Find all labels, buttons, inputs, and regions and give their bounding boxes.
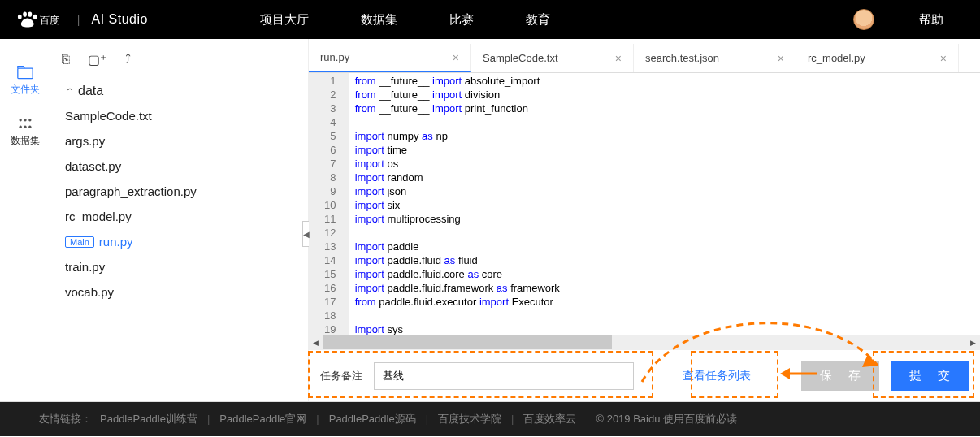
- file-dataset-py[interactable]: dataset.py: [60, 154, 298, 179]
- svg-point-1: [23, 12, 27, 17]
- footer-copyright: © 2019 Baidu 使用百度前必读: [596, 412, 737, 426]
- file-vocab-py[interactable]: vocab.py: [60, 279, 298, 305]
- editor-pane: ◀ run.py×SampleCode.txt×search.test.json…: [309, 39, 980, 401]
- scroll-thumb[interactable]: [323, 335, 612, 349]
- nav-datasets[interactable]: 数据集: [361, 12, 397, 28]
- nav-help[interactable]: 帮助: [919, 12, 943, 28]
- nav-links: 项目大厅 数据集 比赛 教育: [260, 12, 550, 28]
- file-train-py[interactable]: train.py: [60, 254, 298, 279]
- remark-label: 任务备注: [320, 369, 362, 383]
- svg-point-10: [24, 126, 26, 128]
- view-tasks-link[interactable]: 查看任务列表: [683, 369, 751, 383]
- code-body[interactable]: from __future__ import absolute_import f…: [349, 73, 566, 335]
- iconbar-datasets[interactable]: 数据集: [0, 106, 50, 158]
- save-button[interactable]: 保 存: [801, 361, 879, 391]
- scroll-left-icon[interactable]: ◀: [309, 335, 323, 349]
- file-list: data SampleCode.txtargs.pydataset.pypara…: [50, 76, 308, 308]
- footer-link[interactable]: PaddlePaddle官网: [219, 413, 306, 425]
- file-actions: ⎘ ▢⁺ ⤴: [50, 47, 308, 76]
- file-args-py[interactable]: args.py: [60, 128, 298, 154]
- submit-button[interactable]: 提 交: [891, 361, 969, 391]
- footer-link[interactable]: 百度技术学院: [438, 413, 501, 425]
- left-iconbar: 文件夹 数据集: [0, 39, 50, 401]
- svg-point-6: [19, 119, 21, 121]
- footer-link[interactable]: 百度效率云: [523, 413, 576, 425]
- upload-icon[interactable]: ⤴: [124, 52, 131, 67]
- horizontal-scrollbar[interactable]: ◀ ▶: [309, 335, 980, 349]
- page-footer: 友情链接： PaddlePaddle训练营|PaddlePaddle官网|Pad…: [0, 402, 980, 436]
- footer-link[interactable]: PaddlePaddle训练营: [100, 413, 197, 425]
- baidu-logo-icon: 百度: [15, 11, 66, 28]
- brand-subtitle: AI Studio: [91, 12, 147, 27]
- file-explorer: ⎘ ▢⁺ ⤴ data SampleCode.txtargs.pydataset…: [50, 39, 309, 401]
- main-badge: Main: [65, 236, 94, 248]
- main-area: 文件夹 数据集 ⎘ ▢⁺ ⤴ data SampleCode.txtargs.p…: [0, 39, 980, 402]
- folder-icon: [17, 65, 33, 80]
- editor-tabs: run.py×SampleCode.txt×search.test.json×r…: [309, 44, 980, 73]
- nav-competitions[interactable]: 比赛: [449, 12, 474, 28]
- new-folder-icon[interactable]: ▢⁺: [88, 52, 106, 67]
- svg-point-7: [24, 119, 26, 121]
- dataset-icon: [17, 116, 33, 131]
- nav-projects[interactable]: 项目大厅: [260, 12, 309, 28]
- svg-rect-5: [17, 68, 32, 79]
- svg-point-11: [28, 126, 31, 128]
- user-avatar[interactable]: [853, 9, 874, 30]
- close-icon[interactable]: ×: [615, 52, 622, 65]
- file-SampleCode-txt[interactable]: SampleCode.txt: [60, 103, 298, 128]
- file-paragraph_extraction-py[interactable]: paragraph_extraction.py: [60, 179, 298, 204]
- code-editor[interactable]: 1 2 3 4 5 6 7 8 9 10 11 12 13 14 15 16 1…: [309, 73, 980, 335]
- svg-point-3: [33, 15, 37, 19]
- line-gutter: 1 2 3 4 5 6 7 8 9 10 11 12 13 14 15 16 1…: [309, 73, 349, 335]
- nav-education[interactable]: 教育: [526, 12, 550, 28]
- file-rc_model-py[interactable]: rc_model.py: [60, 204, 298, 229]
- svg-point-8: [28, 119, 31, 121]
- svg-point-9: [19, 126, 21, 128]
- file-run-py[interactable]: Mainrun.py: [60, 229, 298, 254]
- tab-SampleCode-txt[interactable]: SampleCode.txt×: [471, 44, 634, 72]
- footer-label: 友情链接：: [39, 412, 92, 426]
- top-navbar: 百度 | AI Studio 项目大厅 数据集 比赛 教育 帮助: [0, 0, 980, 39]
- svg-point-2: [28, 12, 32, 17]
- close-icon[interactable]: ×: [778, 52, 784, 65]
- iconbar-files[interactable]: 文件夹: [0, 55, 50, 106]
- svg-text:百度: 百度: [40, 15, 59, 25]
- task-bottombar: 任务备注 查看任务列表 保 存 提 交: [309, 349, 980, 401]
- footer-link[interactable]: PaddlePaddle源码: [329, 413, 416, 425]
- brand-logo[interactable]: 百度 | AI Studio: [0, 11, 163, 28]
- svg-point-0: [18, 15, 22, 19]
- folder-data[interactable]: data: [60, 79, 298, 103]
- tab-run-py[interactable]: run.py×: [309, 44, 471, 72]
- logo-separator: |: [77, 13, 80, 26]
- collapse-sidebar-handle[interactable]: ◀: [302, 221, 309, 247]
- remark-input[interactable]: [374, 362, 634, 390]
- tab-search-test-json[interactable]: search.test.json×: [634, 44, 796, 72]
- new-file-icon[interactable]: ⎘: [62, 52, 70, 67]
- close-icon[interactable]: ×: [453, 51, 459, 64]
- close-icon[interactable]: ×: [940, 52, 947, 65]
- scroll-right-icon[interactable]: ▶: [966, 335, 980, 349]
- tab-rc_model-py[interactable]: rc_model.py×: [796, 44, 959, 72]
